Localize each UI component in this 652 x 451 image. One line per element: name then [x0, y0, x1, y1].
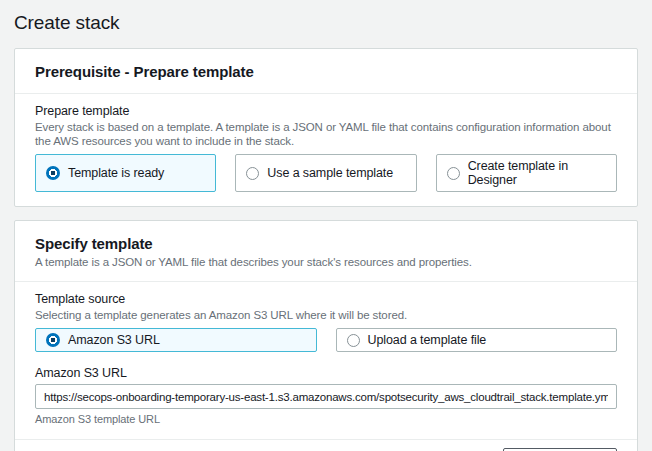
- radio-unselected-icon: [447, 167, 460, 180]
- radio-selected-icon: [46, 333, 60, 347]
- create-stack-page: Create stack Prerequisite - Prepare temp…: [0, 0, 652, 451]
- radio-unselected-icon: [347, 334, 360, 347]
- template-source-description: Selecting a template generates an Amazon…: [35, 308, 617, 322]
- radio-tile-use-sample-template[interactable]: Use a sample template: [235, 154, 416, 192]
- amazon-s3-url-label: Amazon S3 URL: [35, 365, 617, 381]
- prerequisite-card-title: Prerequisite - Prepare template: [35, 62, 617, 81]
- radio-tile-label: Template is ready: [68, 166, 164, 180]
- prerequisite-card-header: Prerequisite - Prepare template: [15, 49, 637, 94]
- prepare-template-label: Prepare template: [35, 103, 617, 119]
- prerequisite-card: Prerequisite - Prepare template Prepare …: [14, 48, 638, 207]
- s3-url-summary-row: S3 URL: https://secops-onboarding-tempor…: [15, 439, 637, 451]
- radio-tile-upload-template-file[interactable]: Upload a template file: [336, 328, 618, 352]
- radio-selected-icon: [46, 166, 60, 180]
- radio-tile-amazon-s3-url[interactable]: Amazon S3 URL: [35, 328, 317, 352]
- specify-template-card-title: Specify template: [35, 234, 617, 253]
- amazon-s3-url-helper: Amazon S3 template URL: [35, 413, 617, 425]
- template-source-label: Template source: [35, 291, 617, 307]
- specify-template-card: Specify template A template is a JSON or…: [14, 220, 638, 451]
- specify-template-card-header: Specify template A template is a JSON or…: [15, 221, 637, 282]
- radio-tile-label: Create template in Designer: [468, 159, 606, 187]
- radio-tile-template-is-ready[interactable]: Template is ready: [35, 154, 216, 192]
- specify-template-card-body: Template source Selecting a template gen…: [15, 282, 637, 439]
- specify-template-card-description: A template is a JSON or YAML file that d…: [35, 255, 617, 269]
- radio-tile-label: Amazon S3 URL: [68, 333, 160, 347]
- prepare-template-description: Every stack is based on a template. A te…: [35, 120, 617, 148]
- prepare-template-options: Template is ready Use a sample template …: [35, 154, 617, 192]
- template-source-options: Amazon S3 URL Upload a template file: [35, 328, 617, 352]
- prerequisite-card-body: Prepare template Every stack is based on…: [15, 94, 637, 206]
- radio-tile-label: Use a sample template: [267, 166, 393, 180]
- radio-tile-label: Upload a template file: [368, 333, 487, 347]
- amazon-s3-url-input[interactable]: [35, 384, 617, 409]
- page-title: Create stack: [14, 11, 638, 35]
- radio-unselected-icon: [246, 167, 259, 180]
- radio-tile-create-in-designer[interactable]: Create template in Designer: [436, 154, 617, 192]
